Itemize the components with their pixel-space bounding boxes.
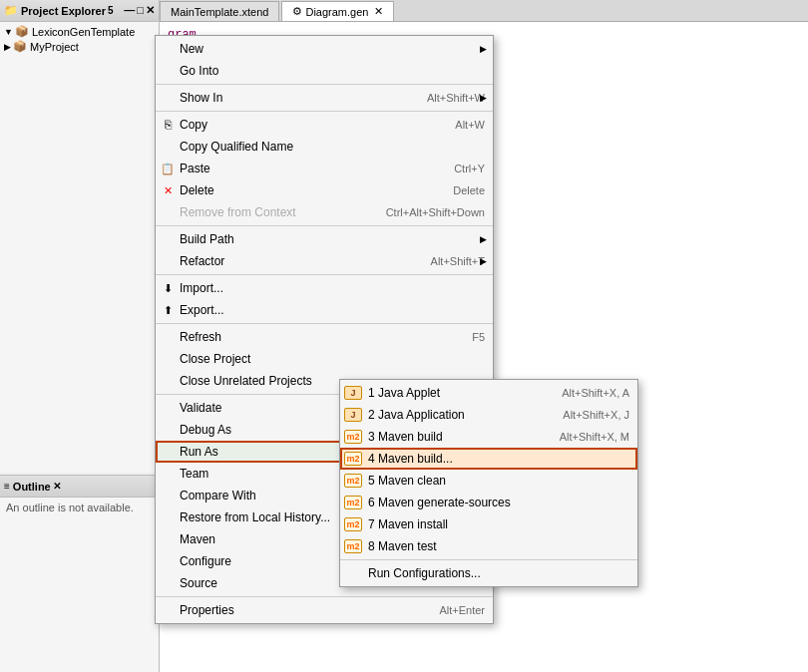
maximize-icon[interactable]: □ <box>137 4 144 17</box>
menu-label-delete: Delete <box>180 183 214 197</box>
ide-background: 📁 Project Explorer 5 — □ ✕ ▼ 📦 LexiconGe… <box>0 0 808 672</box>
tree-item-label: LexiconGenTemplate <box>32 26 135 38</box>
menu-item-closeproject[interactable]: Close Project <box>156 348 493 370</box>
submenu-label-mavenbuild: 3 Maven build <box>368 430 443 444</box>
tab-diagram[interactable]: ⚙ Diagram.gen ✕ <box>281 1 394 21</box>
submenu-item-javaapp[interactable]: J 2 Java Application Alt+Shift+X, J <box>340 404 637 426</box>
project-icon: 📦 <box>15 25 29 38</box>
separator-2 <box>156 111 493 112</box>
copy-icon: ⎘ <box>160 117 176 133</box>
menu-item-import[interactable]: ⬇ Import... <box>156 277 493 299</box>
menu-label-maven: Maven <box>180 532 215 546</box>
submenu-label-runconfigs: Run Configurations... <box>368 566 481 580</box>
submenu-label-javaapplet: 1 Java Applet <box>368 386 440 400</box>
project-tree: ▼ 📦 LexiconGenTemplate ▶ 📦 MyProject <box>0 22 159 56</box>
tree-item-lexicon[interactable]: ▼ 📦 LexiconGenTemplate <box>0 24 159 39</box>
menu-item-copyqualified[interactable]: Copy Qualified Name <box>156 136 493 158</box>
delete-icon: ✕ <box>160 182 176 198</box>
panel-title-label: Project Explorer <box>21 5 106 17</box>
menu-label-copy: Copy <box>180 118 207 132</box>
submenu-label-maventest: 8 Maven test <box>368 539 437 553</box>
shortcut-removefromcontext: Ctrl+Alt+Shift+Down <box>366 206 485 218</box>
export-icon: ⬆ <box>160 302 176 318</box>
menu-item-refactor[interactable]: Refactor Alt+Shift+T ▶ <box>156 250 493 272</box>
submenu-arrow-showin: ▶ <box>480 93 487 103</box>
runas-submenu: J 1 Java Applet Alt+Shift+X, A J 2 Java … <box>339 379 638 587</box>
menu-label-closeproject: Close Project <box>180 352 250 366</box>
panel-controls: — □ ✕ <box>124 4 155 17</box>
menu-item-paste[interactable]: 📋 Paste Ctrl+Y <box>156 158 493 179</box>
submenu-item-mavenbuild2[interactable]: m2 4 Maven build... <box>340 448 637 470</box>
outline-badge: ✕ <box>53 481 61 492</box>
menu-label-team: Team <box>180 467 208 481</box>
separator-1 <box>156 84 493 85</box>
tab-maintemplate[interactable]: MainTemplate.xtend <box>160 1 279 21</box>
outline-title: ≡ Outline ✕ <box>0 476 159 498</box>
submenu-label-maveninstall: 7 Maven install <box>368 517 448 531</box>
separator-5 <box>156 323 493 324</box>
menu-label-copyqualified: Copy Qualified Name <box>180 140 293 154</box>
menu-item-copy[interactable]: ⎘ Copy Alt+W <box>156 114 493 136</box>
submenu-item-maventest[interactable]: m2 8 Maven test <box>340 535 637 557</box>
outline-panel: ≡ Outline ✕ An outline is not available. <box>0 475 160 672</box>
tab-label-diagram: Diagram.gen <box>305 6 368 18</box>
m2-icon-build: m2 <box>344 430 362 444</box>
menu-label-runas: Run As <box>180 445 218 459</box>
menu-item-export[interactable]: ⬆ Export... <box>156 299 493 321</box>
submenu-label-mavenbuild2: 4 Maven build... <box>368 452 453 466</box>
menu-item-delete[interactable]: ✕ Delete Delete <box>156 179 493 201</box>
menu-item-properties[interactable]: Properties Alt+Enter <box>156 599 493 621</box>
menu-label-paste: Paste <box>180 162 210 175</box>
submenu-label-mavengenerate: 6 Maven generate-sources <box>368 496 511 509</box>
shortcut-refactor: Alt+Shift+T <box>411 255 485 267</box>
import-icon: ⬇ <box>160 280 176 296</box>
submenu-item-javaapplet[interactable]: J 1 Java Applet Alt+Shift+X, A <box>340 382 637 404</box>
menu-item-buildpath[interactable]: Build Path ▶ <box>156 228 493 250</box>
submenu-item-mavenbuild[interactable]: m2 3 Maven build Alt+Shift+X, M <box>340 426 637 448</box>
java-icon-applet: J <box>344 386 362 400</box>
submenu-item-mavengenerate[interactable]: m2 6 Maven generate-sources <box>340 492 637 513</box>
tree-item-label-2: MyProject <box>30 41 79 53</box>
menu-item-refresh[interactable]: Refresh F5 <box>156 326 493 348</box>
menu-item-new[interactable]: New ▶ <box>156 38 493 60</box>
editor-tab-bar: MainTemplate.xtend ⚙ Diagram.gen ✕ <box>160 0 808 22</box>
submenu-arrow-buildpath: ▶ <box>480 234 487 244</box>
minimize-icon[interactable]: — <box>124 4 135 17</box>
close-icon[interactable]: ✕ <box>146 4 155 17</box>
folder-icon: 📁 <box>4 4 18 17</box>
menu-label-refresh: Refresh <box>180 330 221 344</box>
menu-item-showin[interactable]: Show In Alt+Shift+W ▶ <box>156 87 493 109</box>
shortcut-javaapp: Alt+Shift+X, J <box>543 409 629 421</box>
tab-icon: ⚙ <box>292 5 302 18</box>
menu-item-goto[interactable]: Go Into <box>156 60 493 82</box>
menu-label-refactor: Refactor <box>180 254 224 268</box>
shortcut-paste: Ctrl+Y <box>434 163 485 174</box>
menu-label-removefromcontext: Remove from Context <box>180 205 296 219</box>
menu-label-source: Source <box>180 576 217 590</box>
submenu-item-maveninstall[interactable]: m2 7 Maven install <box>340 513 637 535</box>
m2-icon-generate: m2 <box>344 496 362 509</box>
expand-arrow: ▼ <box>4 27 13 37</box>
shortcut-showin: Alt+Shift+W <box>407 92 485 104</box>
shortcut-properties: Alt+Enter <box>419 604 485 616</box>
submenu-arrow-refactor: ▶ <box>480 256 487 266</box>
outline-icon: ≡ <box>4 481 10 492</box>
menu-label-showin: Show In <box>180 91 222 105</box>
outline-message: An outline is not available. <box>0 498 159 517</box>
submenu-separator <box>340 559 637 560</box>
submenu-arrow-new: ▶ <box>480 44 487 54</box>
tree-item-myproject[interactable]: ▶ 📦 MyProject <box>0 39 159 54</box>
submenu-item-runconfigs[interactable]: Run Configurations... <box>340 562 637 584</box>
shortcut-delete: Delete <box>433 184 485 196</box>
shortcut-mavenbuild: Alt+Shift+X, M <box>540 431 629 443</box>
java-icon-app: J <box>344 408 362 422</box>
menu-label-comparewith: Compare With <box>180 489 256 503</box>
submenu-item-mavenclean[interactable]: m2 5 Maven clean <box>340 470 637 492</box>
menu-label-properties: Properties <box>180 603 234 617</box>
menu-label-debugas: Debug As <box>180 423 231 437</box>
shortcut-refresh: F5 <box>452 331 485 343</box>
m2-icon-clean: m2 <box>344 474 362 488</box>
project-explorer-title: 📁 Project Explorer 5 — □ ✕ <box>0 0 159 22</box>
separator-7 <box>156 596 493 597</box>
tab-close-icon[interactable]: ✕ <box>374 5 383 18</box>
